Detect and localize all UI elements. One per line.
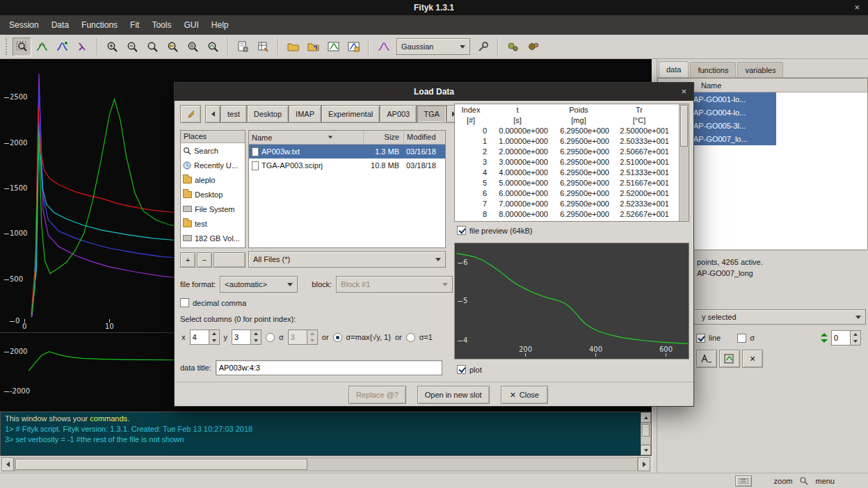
path-button-experimental[interactable]: Experimental bbox=[321, 105, 380, 123]
place-filesystem[interactable]: File System bbox=[181, 202, 245, 216]
preview-data-row: 55.00000e+0006.29500e+0002.51667e+001 bbox=[455, 177, 689, 188]
zoom-prev-button[interactable] bbox=[143, 38, 162, 56]
places-header: Places bbox=[181, 131, 245, 143]
status-zoom-label[interactable]: zoom bbox=[774, 477, 793, 485]
data-title-input[interactable] bbox=[216, 360, 442, 375]
path-button-ap003[interactable]: AP003 bbox=[380, 105, 417, 123]
file-row[interactable]: TGA-AP003.sciprj 10.8 MB 03/18/18 bbox=[249, 158, 445, 172]
status-menu-label[interactable]: menu bbox=[815, 477, 835, 485]
edit-script-button[interactable] bbox=[234, 38, 252, 56]
line-checkbox[interactable] bbox=[696, 334, 705, 343]
run-fit-button[interactable] bbox=[504, 38, 522, 56]
file-filter-combo[interactable]: All Files (*) bbox=[248, 251, 446, 268]
x-column-spinner[interactable] bbox=[190, 330, 220, 345]
window-close-icon[interactable]: × bbox=[854, 0, 860, 15]
export-graph-button[interactable] bbox=[324, 38, 343, 56]
zoom-select-mode-button[interactable] bbox=[13, 38, 31, 56]
menu-tools[interactable]: Tools bbox=[145, 17, 177, 33]
place-desktop[interactable]: Desktop bbox=[181, 187, 245, 202]
decimal-comma-checkbox[interactable] bbox=[180, 298, 189, 307]
scroll-down-icon[interactable] bbox=[641, 445, 651, 455]
tab-functions[interactable]: functions bbox=[690, 62, 736, 77]
place-volume[interactable]: 182 GB Vol... bbox=[181, 231, 245, 245]
toolbar-grip[interactable] bbox=[6, 38, 8, 55]
add-function-button[interactable] bbox=[474, 38, 492, 56]
console-hscrollbar[interactable] bbox=[1, 457, 650, 471]
zoom-vertical-button[interactable] bbox=[204, 38, 223, 56]
scroll-right-icon[interactable] bbox=[638, 457, 650, 471]
data-transform-button[interactable] bbox=[696, 350, 717, 368]
data-edit-button[interactable] bbox=[719, 350, 740, 368]
menu-session[interactable]: Session bbox=[3, 17, 45, 33]
type-location-button[interactable] bbox=[180, 105, 201, 123]
close-button[interactable]: ✕ Close bbox=[501, 386, 548, 404]
status-keyboard-button[interactable] bbox=[735, 475, 752, 487]
save-image-button[interactable] bbox=[344, 38, 363, 56]
tab-variables[interactable]: variables bbox=[737, 62, 783, 77]
y-spin-arrows[interactable] bbox=[250, 330, 261, 344]
add-place-button[interactable]: + bbox=[180, 252, 195, 268]
preview-table-scrollbar[interactable] bbox=[679, 104, 689, 221]
place-test[interactable]: test bbox=[181, 216, 245, 231]
plot-checkbox[interactable] bbox=[457, 365, 466, 374]
menu-data[interactable]: Data bbox=[45, 17, 75, 33]
menu-fit[interactable]: Fit bbox=[124, 17, 145, 33]
open-in-new-slot-button[interactable]: Open in new slot bbox=[417, 386, 490, 404]
y-column-spinner[interactable] bbox=[232, 330, 262, 345]
delete-dataset-button[interactable]: ✕ bbox=[742, 350, 763, 368]
delete-icon: ✕ bbox=[749, 355, 755, 364]
column-header-size[interactable]: Size bbox=[363, 131, 403, 144]
zoom-undo-button[interactable] bbox=[163, 38, 182, 56]
column-header-name[interactable]: Name bbox=[249, 133, 363, 142]
tab-data[interactable]: data bbox=[659, 61, 689, 77]
shift-spinner[interactable] bbox=[831, 330, 861, 345]
file-preview-checkbox[interactable] bbox=[457, 226, 466, 235]
scroll-up-icon[interactable] bbox=[641, 412, 651, 423]
drag-peak-mode-button[interactable] bbox=[73, 38, 92, 56]
path-back-button[interactable] bbox=[205, 105, 220, 123]
column-header-modified[interactable]: Modified bbox=[403, 131, 445, 144]
fit-settings-button[interactable] bbox=[524, 38, 542, 56]
scroll-left-icon[interactable] bbox=[1, 457, 14, 471]
remove-place-button[interactable]: − bbox=[197, 252, 212, 268]
preview-plot[interactable]: 6 5 4 200 400 600 bbox=[454, 243, 689, 359]
zoom-out-button[interactable] bbox=[123, 38, 142, 56]
data-range-mode-button[interactable] bbox=[33, 38, 51, 56]
hscroll-thumb[interactable] bbox=[15, 459, 307, 470]
dialog-close-icon[interactable]: × bbox=[681, 83, 686, 101]
zoom-all-button[interactable] bbox=[184, 38, 202, 56]
open-data-button[interactable] bbox=[284, 38, 303, 56]
function-type-button[interactable] bbox=[374, 38, 393, 56]
y-column-input[interactable] bbox=[232, 330, 250, 344]
menu-gui[interactable]: GUI bbox=[177, 17, 204, 33]
dataset-settings-button[interactable] bbox=[254, 38, 273, 56]
x-column-input[interactable] bbox=[191, 330, 209, 344]
file-row[interactable]: AP003w.txt 1.3 MB 03/16/18 bbox=[249, 145, 445, 158]
place-home[interactable]: aleplo bbox=[181, 172, 245, 187]
sigma-column-radio[interactable] bbox=[266, 333, 275, 342]
path-button-imap[interactable]: IMAP bbox=[289, 105, 321, 123]
menu-help[interactable]: Help bbox=[205, 17, 235, 33]
shift-updown-icon[interactable] bbox=[820, 332, 828, 343]
zoom-in-button[interactable] bbox=[103, 38, 122, 56]
console-vscrollbar[interactable] bbox=[641, 412, 651, 455]
path-button-desktop[interactable]: Desktop bbox=[247, 105, 289, 123]
preview-plot-canvas[interactable] bbox=[455, 243, 689, 359]
sigma-one-radio[interactable] bbox=[406, 333, 415, 342]
shift-spin-input[interactable] bbox=[832, 331, 850, 345]
file-format-combo[interactable]: <automatic> bbox=[220, 276, 298, 293]
place-search[interactable]: Search bbox=[181, 143, 245, 158]
sigma-max-radio[interactable] bbox=[333, 333, 342, 342]
path-button-tga[interactable]: TGA bbox=[417, 105, 447, 123]
place-recently-used[interactable]: Recently U... bbox=[181, 158, 245, 172]
function-type-combo[interactable]: Gaussian bbox=[396, 38, 470, 55]
shift-spin-arrows[interactable] bbox=[850, 331, 860, 345]
path-button-test[interactable]: test bbox=[220, 105, 247, 123]
menu-functions[interactable]: Functions bbox=[75, 17, 124, 33]
places-panel: Places Search Recently U... aleplo Deskt… bbox=[180, 130, 246, 248]
x-spin-arrows[interactable] bbox=[209, 330, 219, 344]
zoom-in-icon bbox=[106, 41, 118, 53]
open-session-button[interactable] bbox=[304, 38, 323, 56]
sigma-checkbox[interactable] bbox=[737, 334, 746, 343]
add-peak-mode-button[interactable] bbox=[53, 38, 72, 56]
